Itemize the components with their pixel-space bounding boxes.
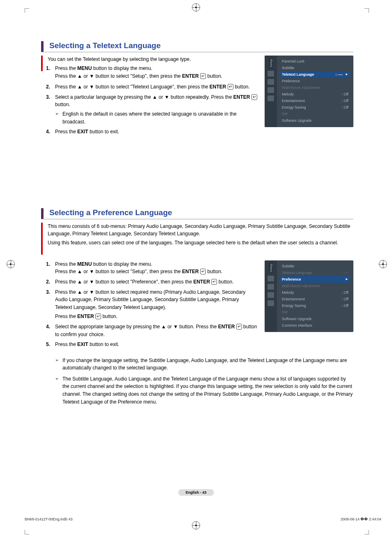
osd-item-label: Common Interface — [282, 323, 312, 327]
osd-item-label: Subtitle — [282, 66, 294, 70]
menu-label: MENU — [77, 65, 92, 71]
text: button to exit. — [88, 129, 119, 135]
section-heading: Selecting a Teletext Language — [41, 41, 353, 52]
enter-icon: ↵ — [95, 313, 101, 319]
enter-label: ENTER — [210, 84, 226, 90]
osd-item-label: Wall-Mount Adjustment — [282, 284, 320, 288]
text: Press the ▲ or ▼ button to select "Setup… — [55, 269, 182, 274]
text: Press the ▲ or ▼ button to select requir… — [55, 289, 245, 310]
osd-item-value: : Off — [341, 304, 348, 308]
osd-item-label: Energy Saving — [282, 105, 306, 109]
footer-file-info: BN68-01412T-00Eng.indb 43 — [25, 517, 73, 521]
osd-item: Subtitle — [280, 263, 350, 269]
text: button. — [101, 313, 118, 319]
manual-page: Selecting a Teletext Language You can se… — [0, 0, 392, 541]
osd-item: PIP — [280, 309, 350, 316]
section-title: Selecting a Teletext Language — [49, 41, 161, 50]
text: Press the ▲ or ▼ button to select "Setup… — [55, 73, 182, 79]
osd-item-label: Melody — [282, 92, 294, 96]
osd-item-label: Melody — [282, 290, 294, 295]
osd-item-label: Teletext Language — [282, 72, 314, 77]
osd-item: Preference — [280, 78, 350, 84]
crop-mark — [25, 530, 29, 534]
osd-sidebar: Setup — [265, 260, 277, 332]
osd-item: Entertainment: Off — [280, 296, 350, 302]
osd-item: Wall-Mount Adjustment — [280, 84, 350, 91]
osd-item-label: Software Upgrade — [282, 118, 312, 123]
text: Press the — [55, 129, 77, 135]
menu-label: MENU — [77, 261, 92, 267]
osd-item: PIP — [280, 111, 350, 117]
steps-list: Press the MENU button to display the men… — [41, 260, 257, 348]
crop-mark — [364, 530, 369, 534]
osd-item-value: : Off — [341, 290, 348, 295]
heading-accent-bar-small — [41, 56, 43, 71]
step-1: Press the MENU button to display the men… — [55, 260, 257, 276]
text: Press the ▲ or ▼ button to select "Telet… — [55, 84, 210, 90]
note: If you change the language setting, the … — [55, 357, 353, 372]
print-registration-icon — [192, 3, 200, 12]
enter-icon: ↵ — [200, 73, 206, 79]
text: Press the — [55, 313, 77, 319]
osd-item: Melody: Off — [280, 289, 350, 296]
osd-sidebar: Setup — [265, 56, 277, 127]
osd-sidebar-icon — [267, 87, 274, 93]
enter-icon: ↵ — [211, 279, 217, 285]
text: Select the appropriate language by press… — [55, 324, 218, 330]
heading-accent-bar-small — [41, 223, 43, 255]
osd-item-value: : Off — [341, 99, 348, 103]
print-registration-icon — [192, 521, 200, 529]
osd-item-list: SubtitleTeletext Language: ----Preferenc… — [277, 260, 353, 332]
osd-item: Entertainment: Off — [280, 98, 350, 104]
exit-label: EXIT — [77, 129, 88, 135]
osd-item-label: PIP — [282, 112, 288, 116]
step-4: Select the appropriate language by press… — [55, 323, 257, 338]
osd-item: Energy Saving: Off — [280, 302, 350, 309]
text: button to display the menu. — [92, 261, 152, 267]
osd-sidebar-icon — [267, 300, 274, 306]
osd-item-label: Parental Lock — [282, 59, 304, 63]
step-5: Press the EXIT button to exit. — [55, 341, 257, 348]
osd-sidebar-icon — [267, 284, 274, 290]
step-3: Select a particular language by pressing… — [55, 93, 257, 125]
enter-icon: ↵ — [236, 324, 242, 330]
osd-item: Wall-Mount Adjustment — [280, 283, 350, 289]
osd-sidebar-icon — [267, 276, 274, 281]
osd-item: Teletext Language: ---- — [280, 71, 350, 78]
osd-item: Software Upgrade — [280, 117, 350, 124]
section-heading: Selecting a Preference Language — [41, 208, 353, 219]
osd-item-label: Entertainment — [282, 99, 305, 103]
enter-label: ENTER — [193, 279, 210, 285]
text: Press the — [55, 261, 77, 267]
text: button. — [206, 269, 222, 274]
osd-tab-label: Setup — [269, 58, 273, 68]
osd-item-label: PIP — [282, 310, 288, 314]
osd-item-label: Entertainment — [282, 297, 305, 301]
osd-item: Software Upgrade — [280, 316, 350, 322]
osd-item-label: Teletext Language — [282, 271, 312, 275]
steps-column: You can set the Teletext language by sel… — [41, 56, 257, 138]
osd-item-value: : Off — [341, 105, 348, 109]
crop-mark — [364, 8, 369, 13]
osd-item-label: Preference — [282, 277, 301, 281]
step-4: Press the EXIT button to exit. — [55, 128, 257, 136]
section-teletext-language: Selecting a Teletext Language You can se… — [41, 41, 353, 138]
step-3: Press the ▲ or ▼ button to select requir… — [55, 288, 257, 320]
text: button. — [217, 279, 233, 285]
note: The Subtitle Language, Audio Language, a… — [55, 375, 353, 406]
osd-item: Parental Lock — [280, 58, 350, 65]
page-content: Selecting a Teletext Language You can se… — [41, 41, 353, 422]
osd-item: Teletext Language: ---- — [280, 269, 350, 276]
heading-accent-bar — [41, 208, 44, 219]
enter-label: ENTER — [182, 269, 199, 274]
osd-sidebar-icon — [267, 292, 274, 298]
text: Press the ▲ or ▼ button to select "Prefe… — [55, 279, 193, 285]
enter-icon: ↵ — [228, 84, 233, 90]
osd-sidebar-icon — [267, 79, 274, 85]
intro-paragraph: This menu consists of 6 sub-menus: Prima… — [48, 223, 353, 237]
osd-menu-teletext: Setup Parental LockSubtitleTeletext Lang… — [265, 56, 353, 127]
crop-mark — [25, 8, 29, 13]
enter-label: ENTER — [182, 73, 199, 79]
osd-item-label: Wall-Mount Adjustment — [282, 86, 320, 90]
osd-item-list: Parental LockSubtitleTeletext Language: … — [277, 56, 353, 127]
